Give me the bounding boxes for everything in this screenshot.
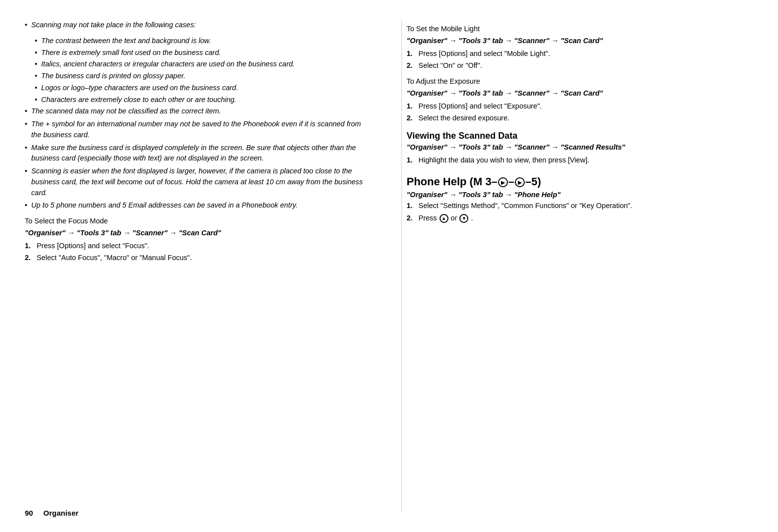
viewing-step-1: 1. Highlight the data you wish to view, …	[407, 155, 754, 166]
extra-bullet-5: Up to 5 phone numbers and 5 Email addres…	[25, 200, 372, 211]
focus-step-1: 1. Press [Options] and select "Focus".	[25, 241, 372, 252]
exposure-step-2: 2. Select the desired exposure.	[407, 113, 754, 124]
phone-help-step-1: 1. Select "Settings Method", "Common Fun…	[407, 201, 754, 212]
viewing-steps: 1. Highlight the data you wish to view, …	[407, 155, 754, 166]
sub-bullet-6: Characters are extremely close to each o…	[35, 95, 372, 106]
nav-down-icon: ▼	[459, 214, 468, 223]
mobile-light-path: "Organiser" → "Tools 3" tab → "Scanner" …	[407, 36, 754, 47]
extra-bullet-3: Make sure the business card is displayed…	[25, 143, 372, 164]
page-footer: 90 Organiser	[25, 509, 78, 517]
scanning-intro-bullet: Scanning may not take place in the follo…	[25, 20, 372, 31]
exposure-intro: To Adjust the Exposure	[407, 76, 754, 87]
extra-bullet-2: The + symbol for an international number…	[25, 119, 372, 141]
mobile-light-steps: 1. Press [Options] and select "Mobile Li…	[407, 49, 754, 72]
exposure-steps: 1. Press [Options] and select "Exposure"…	[407, 101, 754, 124]
focus-mode-intro: To Select the Focus Mode	[25, 216, 372, 227]
mobile-light-step-1: 1. Press [Options] and select "Mobile Li…	[407, 49, 754, 59]
nav-right-icon-1: ▶	[498, 177, 508, 187]
mobile-light-intro: To Set the Mobile Light	[407, 24, 754, 35]
viewing-heading: Viewing the Scanned Data	[407, 131, 754, 141]
left-column: Scanning may not take place in the follo…	[25, 20, 382, 512]
page-container: Scanning may not take place in the follo…	[0, 0, 778, 532]
focus-mode-steps: 1. Press [Options] and select "Focus". 2…	[25, 241, 372, 264]
focus-mode-path: "Organiser" → "Tools 3" tab → "Scanner" …	[25, 228, 372, 239]
phone-help-heading: Phone Help (M 3–▶–▶–5)	[407, 175, 754, 189]
sub-bullet-3: Italics, ancient characters or irregular…	[35, 59, 372, 70]
sub-bullets-list: The contrast between the text and backgr…	[35, 36, 372, 106]
page-number: 90	[25, 509, 33, 517]
phone-help-step-2: 2. Press ▲ or ▼ .	[407, 213, 754, 224]
extra-bullet-4: Scanning is easier when the font display…	[25, 166, 372, 198]
extra-bullets-list: The scanned data may not be classified a…	[25, 106, 372, 211]
nav-right-icon-2: ▶	[515, 177, 525, 187]
viewing-path: "Organiser" → "Tools 3" tab → "Scanner" …	[407, 142, 754, 153]
exposure-step-1: 1. Press [Options] and select "Exposure"…	[407, 101, 754, 112]
sub-bullet-4: The business card is printed on glossy p…	[35, 71, 372, 82]
sub-bullet-2: There is extremely small font used on th…	[35, 48, 372, 58]
focus-step-2: 2. Select "Auto Focus", "Macro" or "Manu…	[25, 253, 372, 264]
phone-help-steps: 1. Select "Settings Method", "Common Fun…	[407, 201, 754, 224]
sub-bullet-1: The contrast between the text and backgr…	[35, 36, 372, 47]
nav-up-icon: ▲	[440, 214, 448, 223]
sub-bullet-5: Logos or logo–type characters are used o…	[35, 83, 372, 94]
right-column: To Set the Mobile Light "Organiser" → "T…	[401, 20, 754, 512]
scanning-issues-list: Scanning may not take place in the follo…	[25, 20, 372, 31]
mobile-light-step-2: 2. Select "On" or "Off".	[407, 60, 754, 71]
section-name: Organiser	[44, 509, 79, 517]
exposure-path: "Organiser" → "Tools 3" tab → "Scanner" …	[407, 88, 754, 99]
phone-help-path: "Organiser" → "Tools 3" tab → "Phone Hel…	[407, 191, 754, 199]
extra-bullet-1: The scanned data may not be classified a…	[25, 106, 372, 117]
